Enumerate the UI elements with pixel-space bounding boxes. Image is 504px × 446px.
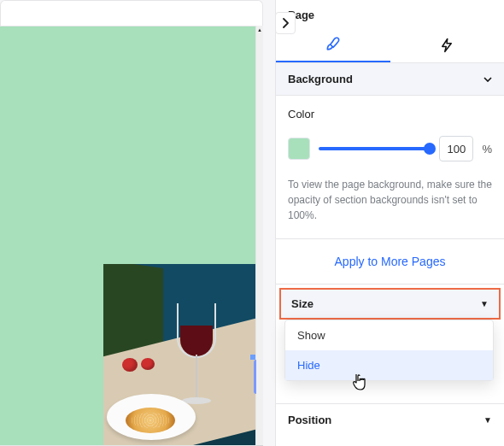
caret-down-icon: ▼: [480, 299, 489, 308]
chevron-right-icon: [282, 18, 289, 28]
chevron-down-icon: [483, 77, 492, 82]
size-dropdown: Show Hide: [284, 320, 494, 381]
dropdown-option-hide[interactable]: Hide: [285, 350, 493, 380]
slider-thumb[interactable]: [424, 143, 436, 155]
opacity-unit: %: [482, 143, 492, 156]
section-header-label: Size: [291, 297, 314, 310]
preview-image: [103, 264, 255, 445]
section-header-size[interactable]: Size ▼: [279, 288, 501, 320]
inspector-panel: Page Background Color: [275, 0, 504, 446]
expand-panel-button[interactable]: [275, 12, 296, 34]
panel-tabs: [276, 28, 504, 63]
apply-more-pages-link[interactable]: Apply to More Pages: [276, 239, 504, 285]
background-hint: To view the page background, make sure t…: [288, 177, 492, 223]
opacity-input[interactable]: [439, 136, 473, 161]
opacity-slider[interactable]: [319, 147, 431, 150]
color-swatch[interactable]: [288, 138, 310, 160]
scroll-up-icon: ▲: [256, 26, 263, 34]
lightning-icon: [439, 38, 454, 53]
section-header-background[interactable]: Background: [276, 63, 504, 96]
page-preview[interactable]: [0, 26, 256, 446]
section-header-label: Position: [288, 414, 331, 426]
pointer-cursor-icon: [351, 373, 368, 391]
preview-window-header: [0, 0, 263, 26]
dropdown-option-show[interactable]: Show: [285, 320, 493, 350]
tab-interactions[interactable]: [390, 28, 505, 62]
background-section-body: Color % To view the page background, mak…: [276, 96, 504, 239]
section-header-label: Background: [288, 73, 353, 85]
panel-title: Page: [276, 0, 504, 28]
preview-scrollbar[interactable]: ▲: [256, 26, 263, 446]
caret-down-icon: ▼: [483, 415, 492, 425]
section-header-position[interactable]: Position ▼: [276, 403, 504, 436]
color-label: Color: [288, 108, 492, 120]
brush-icon: [325, 36, 342, 53]
